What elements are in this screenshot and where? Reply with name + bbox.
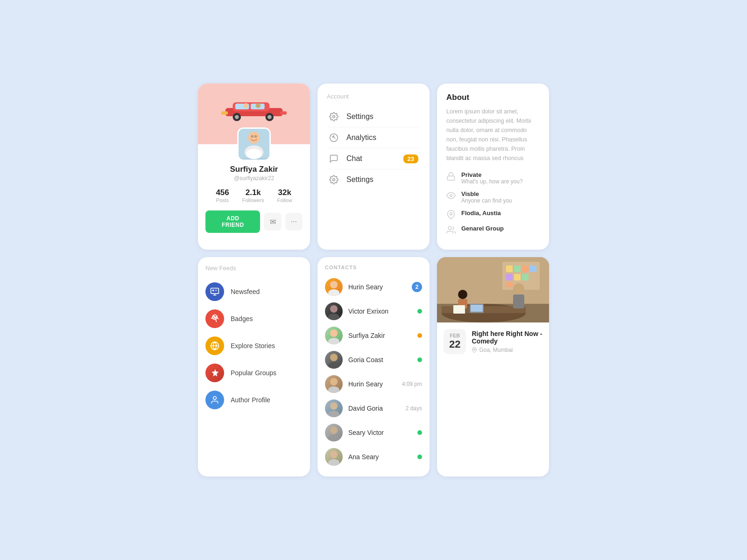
group-icon — [446, 225, 456, 235]
stat-posts: 456 Posts — [216, 188, 229, 203]
contact-time-david: 2 days — [406, 405, 422, 412]
about-private: Private What's up, how are you? — [446, 171, 540, 185]
svg-point-42 — [330, 378, 338, 385]
svg-point-48 — [330, 451, 338, 458]
analytics-label: Analytics — [346, 133, 418, 142]
svg-point-16 — [254, 135, 257, 138]
about-group-content: Genarel Group — [461, 225, 504, 232]
lock-icon — [446, 172, 456, 181]
contact-name-hurin: Hurin Seary — [348, 283, 406, 291]
feed-badges[interactable]: Badges — [205, 305, 303, 332]
contact-hurin2[interactable]: Hurin Seary 4:09 pm — [325, 372, 422, 396]
contact-hurin[interactable]: Hurin Seary 2 — [325, 275, 422, 299]
message-button[interactable]: ✉ — [264, 213, 281, 231]
contact-avatar-seary — [325, 424, 343, 441]
contact-avatar-victor — [325, 302, 343, 320]
contact-name-surfiya: Surfiya Zakir — [348, 332, 412, 339]
svg-rect-26 — [212, 290, 214, 291]
feed-popular-groups[interactable]: Popular Groups — [205, 359, 303, 386]
svg-point-17 — [247, 149, 262, 159]
car-illustration — [221, 97, 287, 121]
main-container: Surfiya Zakir @surfiyazakir22 456 Posts … — [198, 84, 549, 476]
stat-posts-label: Posts — [216, 197, 229, 203]
status-dot-seary — [417, 430, 422, 435]
svg-rect-69 — [453, 305, 465, 314]
menu-card: Account Settings Analytics — [317, 84, 430, 250]
menu-item-analytics[interactable]: Analytics — [327, 127, 420, 148]
contact-name-david: David Goria — [348, 405, 400, 412]
svg-rect-57 — [506, 274, 513, 280]
feed-explore[interactable]: Explore Stories — [205, 332, 303, 359]
svg-rect-8 — [221, 112, 228, 115]
event-month: FEB — [449, 333, 460, 338]
contact-badge-hurin: 2 — [412, 282, 422, 292]
event-card: FEB 22 Right here Right Now - Comedy Goa… — [437, 257, 549, 476]
svg-rect-53 — [506, 266, 513, 272]
svg-point-5 — [235, 115, 239, 119]
menu-item-settings[interactable]: Settings — [327, 106, 420, 127]
svg-point-39 — [328, 338, 339, 344]
location-icon — [472, 347, 477, 353]
feed-newsfeed[interactable]: Newsfeed — [205, 278, 303, 305]
contact-avatar-ana — [325, 448, 343, 466]
menu-section-label: Account — [327, 93, 420, 100]
feeds-card: New Feeds Newsfeed Badges — [198, 257, 310, 476]
contact-name-goria: Goria Coast — [348, 356, 412, 364]
contact-time-hurin2: 4:09 pm — [402, 381, 422, 387]
chat-badge: 23 — [403, 154, 418, 163]
svg-point-63 — [513, 283, 524, 294]
svg-point-33 — [213, 397, 217, 400]
about-private-content: Private What's up, how are you? — [461, 171, 523, 185]
more-options-button[interactable]: ··· — [285, 213, 303, 231]
svg-point-11 — [256, 103, 261, 108]
menu-item-settings2[interactable]: Settings — [327, 169, 420, 190]
feeds-section-label: New Feeds — [205, 265, 303, 272]
add-friend-button[interactable]: ADD FRIEND — [205, 210, 260, 233]
feed-author-profile[interactable]: Author Profile — [205, 386, 303, 413]
about-card: About Lorem ipsum dolor sit amet, consec… — [437, 84, 549, 250]
contact-goria[interactable]: Goria Coast — [325, 348, 422, 372]
contact-name-seary: Seary Victor — [348, 429, 412, 436]
stat-followers-value: 2.1k — [242, 188, 264, 197]
about-group: Genarel Group — [446, 225, 540, 235]
svg-point-70 — [474, 349, 475, 350]
svg-rect-56 — [530, 266, 536, 272]
location-title: Flodia, Austia — [461, 210, 501, 217]
contact-avatar-surfiya — [325, 327, 343, 344]
menu-item-chat[interactable]: Chat 23 — [327, 148, 420, 169]
svg-point-47 — [328, 435, 339, 441]
contact-seary[interactable]: Seary Victor — [325, 420, 422, 445]
stat-follow: 32k Follow — [277, 188, 292, 203]
explore-icon — [205, 336, 224, 355]
svg-point-65 — [458, 290, 467, 299]
badges-label: Badges — [231, 315, 253, 322]
profile-card: Surfiya Zakir @surfiyazakir22 456 Posts … — [198, 84, 310, 250]
gear-icon — [329, 112, 339, 122]
svg-point-18 — [333, 116, 335, 118]
contact-ana[interactable]: Ana Seary — [325, 445, 422, 469]
svg-point-44 — [330, 402, 338, 410]
profile-actions: ADD FRIEND ✉ ··· — [205, 210, 303, 233]
svg-point-45 — [328, 411, 339, 417]
event-day: 22 — [449, 338, 460, 350]
svg-point-49 — [328, 459, 339, 466]
contact-avatar-hurin2 — [325, 375, 343, 393]
explore-label: Explore Stories — [231, 342, 275, 350]
contact-surfiya[interactable]: Surfiya Zakir — [325, 323, 422, 348]
visible-title: Visble — [461, 190, 512, 197]
stat-follow-label: Follow — [277, 197, 292, 203]
svg-point-15 — [251, 135, 254, 138]
contact-victor[interactable]: Victor Exrixon — [325, 299, 422, 323]
contact-david[interactable]: David Goria 2 days — [325, 396, 422, 420]
svg-point-20 — [333, 179, 335, 181]
event-body: FEB 22 Right here Right Now - Comedy Goa… — [437, 322, 549, 361]
about-location: Flodia, Austia — [446, 210, 540, 219]
svg-point-36 — [330, 305, 338, 313]
profile-name: Surfiya Zakir — [205, 165, 303, 174]
newsfeed-label: Newsfeed — [231, 288, 260, 295]
status-dot-goria — [417, 357, 422, 362]
about-location-content: Flodia, Austia — [461, 210, 501, 217]
svg-rect-25 — [211, 288, 219, 294]
svg-rect-59 — [522, 274, 529, 280]
status-dot-ana — [417, 455, 422, 459]
